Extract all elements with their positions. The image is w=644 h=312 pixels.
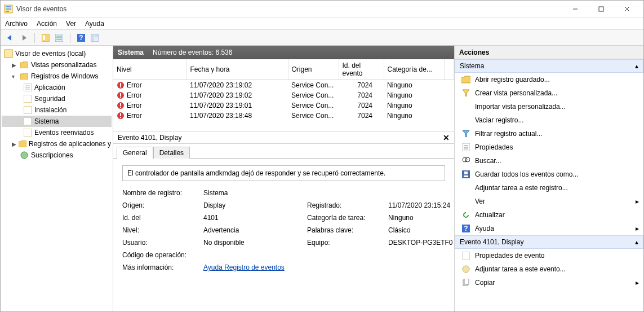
tab-general[interactable]: General <box>117 147 153 159</box>
col-date[interactable]: Fecha y hora <box>186 59 288 80</box>
menu-help[interactable]: Ayuda <box>85 20 104 28</box>
minimize-button[interactable] <box>562 1 588 17</box>
svg-rect-37 <box>120 107 121 108</box>
action-create-view[interactable]: Crear vista personalizada... <box>455 86 643 100</box>
label-logname: Nombre de registro: <box>122 189 201 197</box>
table-row[interactable]: Error11/07/2020 23:19:02Service Con...70… <box>113 90 454 100</box>
log-icon <box>23 106 32 115</box>
tree-forwarded[interactable]: Eventos reenviados <box>2 127 112 138</box>
log-icon <box>23 117 32 126</box>
collapse-icon[interactable]: ▴ <box>635 238 638 246</box>
action-filter[interactable]: Filtrar registro actual... <box>455 127 643 140</box>
chevron-down-icon[interactable]: ▾ <box>12 73 17 80</box>
event-message: El controlador de pantalla amdkmdag dejó… <box>122 165 445 181</box>
event-help-link[interactable]: Ayuda Registro de eventos <box>203 263 285 271</box>
action-help[interactable]: ?Ayuda▸ <box>455 222 643 235</box>
action-attach-event-task[interactable]: Adjuntar tarea a este evento... <box>455 262 643 276</box>
action-event-properties[interactable]: Propiedades de evento <box>455 249 643 262</box>
tree-windows-logs[interactable]: ▾ Registros de Windows <box>2 71 112 82</box>
tree-label: Registros de Windows <box>31 72 98 80</box>
svg-rect-33 <box>120 93 121 96</box>
help-button[interactable]: ? <box>75 32 87 44</box>
label-computer: Equipo: <box>307 239 386 247</box>
action-refresh[interactable]: Actualizar <box>455 208 643 222</box>
svg-rect-36 <box>120 103 121 106</box>
folder-icon <box>20 60 29 69</box>
action-view[interactable]: Ver▸ <box>455 195 643 208</box>
table-row[interactable]: Error11/07/2020 23:18:48Service Con...70… <box>113 111 454 121</box>
tree-application[interactable]: Aplicación <box>2 82 112 93</box>
center-header: Sistema Número de eventos: 6.536 <box>113 46 454 59</box>
col-source[interactable]: Origen <box>288 59 339 80</box>
eventviewer-icon <box>4 49 13 58</box>
action-attach-task[interactable]: Adjuntar tarea a este registro... <box>455 181 643 195</box>
tree-app-services[interactable]: ▶ Registros de aplicaciones y s <box>2 138 112 150</box>
tree-root[interactable]: Visor de eventos (local) <box>2 48 112 59</box>
svg-rect-30 <box>120 83 121 86</box>
error-icon <box>117 112 125 120</box>
maximize-button[interactable] <box>588 1 614 17</box>
col-level[interactable]: Nivel <box>113 59 186 80</box>
action-clear-log[interactable]: Vaciar registro... <box>455 113 643 127</box>
svg-rect-27 <box>24 129 32 137</box>
toolbar: ? <box>1 30 643 46</box>
tree-setup[interactable]: Instalación <box>2 104 112 116</box>
tree-label: Instalación <box>34 106 66 114</box>
label-logged: Registrado: <box>307 201 386 209</box>
layout-button[interactable] <box>88 32 101 44</box>
action-save-all[interactable]: Guardar todos los eventos como... <box>455 168 643 181</box>
col-cat[interactable]: Categoría de... <box>384 59 445 80</box>
tree-pane: Visor de eventos (local) ▶ Vistas person… <box>1 46 113 311</box>
svg-rect-3 <box>6 11 9 12</box>
label-id: Id. del <box>122 214 201 222</box>
action-properties[interactable]: Propiedades <box>455 140 643 154</box>
svg-rect-2 <box>6 8 11 10</box>
svg-rect-55 <box>464 279 469 284</box>
value-level: Advertencia <box>203 226 305 234</box>
tree-label: Seguridad <box>34 95 65 103</box>
menu-file[interactable]: Archivo <box>5 20 28 28</box>
collapse-icon[interactable]: ▴ <box>635 62 638 70</box>
table-row[interactable]: Error11/07/2020 23:19:02Service Con...70… <box>113 80 454 91</box>
svg-point-53 <box>463 266 469 273</box>
back-button[interactable] <box>4 32 16 44</box>
chevron-right-icon[interactable]: ▶ <box>12 62 17 68</box>
menu-view[interactable]: Ver <box>66 20 76 28</box>
event-grid[interactable]: Nivel Fecha y hora Origen Id. del evento… <box>113 59 454 131</box>
svg-rect-9 <box>43 36 45 40</box>
error-icon <box>117 102 125 109</box>
action-copy[interactable]: Copiar▸ <box>455 276 643 289</box>
chevron-right-icon[interactable]: ▶ <box>12 141 16 147</box>
svg-rect-31 <box>120 86 121 87</box>
help-icon: ? <box>461 224 470 233</box>
action-open-saved[interactable]: Abrir registro guardado... <box>455 73 643 86</box>
show-tree-button[interactable] <box>39 32 52 44</box>
svg-rect-48 <box>464 175 468 177</box>
actions-section-system[interactable]: Sistema ▴ <box>455 59 643 73</box>
titlebar: Visor de eventos <box>1 1 643 17</box>
app-icon <box>4 5 13 14</box>
action-import-view[interactable]: Importar vista personalizada... <box>455 100 643 113</box>
close-button[interactable] <box>614 1 640 17</box>
tab-details[interactable]: Detalles <box>153 147 190 159</box>
tree-label: Aplicación <box>34 84 65 91</box>
close-detail-button[interactable]: ✕ <box>443 133 450 142</box>
subscriptions-icon <box>20 151 29 160</box>
table-row[interactable]: Error11/07/2020 23:19:01Service Con...70… <box>113 100 454 111</box>
menu-action[interactable]: Acción <box>37 20 57 28</box>
col-id[interactable]: Id. del evento <box>339 59 384 80</box>
tree-system[interactable]: Sistema <box>2 116 112 127</box>
tree-security[interactable]: Seguridad <box>2 93 112 104</box>
action-find[interactable]: Buscar... <box>455 154 643 168</box>
properties-button[interactable] <box>53 32 65 44</box>
svg-rect-34 <box>120 96 121 98</box>
tree-subscriptions[interactable]: ▶ Suscripciones <box>2 150 112 161</box>
label-taskcat: Categoría de tarea: <box>307 214 386 222</box>
svg-text:?: ? <box>464 225 468 232</box>
forward-button[interactable] <box>17 32 30 44</box>
find-icon <box>461 156 470 165</box>
detail-header: Evento 4101, Display ✕ <box>113 131 454 144</box>
filter-new-icon <box>461 89 470 98</box>
actions-section-event[interactable]: Evento 4101, Display ▴ <box>455 235 643 249</box>
tree-custom-views[interactable]: ▶ Vistas personalizadas <box>2 59 112 71</box>
